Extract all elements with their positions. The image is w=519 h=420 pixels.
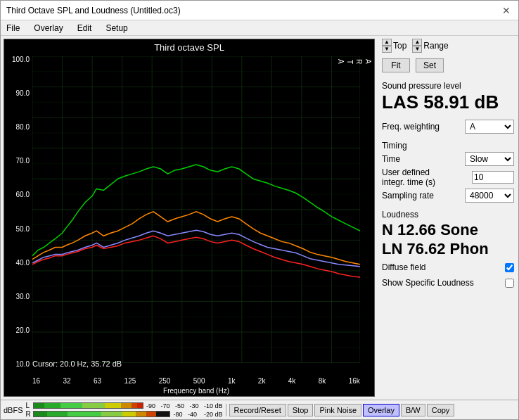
spl-value: LAS 58.91 dB xyxy=(382,92,514,113)
timing-section-label: Timing xyxy=(382,141,514,151)
y-tick-60: 60.0 xyxy=(16,191,30,198)
user-integr-input[interactable] xyxy=(472,171,514,184)
menu-edit[interactable]: Edit xyxy=(75,22,95,34)
window-title: Third Octave SPL and Loudness (Untitled.… xyxy=(6,6,181,15)
show-specific-label: Show Specific Loudness xyxy=(382,278,474,288)
x-axis-label: Frequency band (Hz) xyxy=(32,387,360,395)
y-tick-50: 50.0 xyxy=(16,226,30,233)
top-spinner[interactable]: ▲ ▼ xyxy=(382,39,392,53)
close-button[interactable]: ✕ xyxy=(500,4,513,17)
arta-label: ARTA xyxy=(336,59,373,64)
diffuse-field-label: Diffuse field xyxy=(382,262,425,272)
y-axis-ticks: 100.0 90.0 80.0 70.0 60.0 50.0 40.0 30.0… xyxy=(4,56,31,368)
user-integr-label: User defined integr. time (s) xyxy=(382,167,445,188)
user-integr-row: User defined integr. time (s) xyxy=(382,167,514,188)
x-tick-2k: 2k xyxy=(258,377,266,385)
diffuse-field-row: Diffuse field xyxy=(382,262,514,272)
chart-svg xyxy=(32,56,360,363)
chart-title: Third octave SPL xyxy=(4,39,374,54)
dbfs-label: dBFS xyxy=(4,406,23,414)
menu-file[interactable]: File xyxy=(4,22,23,34)
x-tick-500: 500 xyxy=(193,377,205,385)
time-row: Time Slow Fast Impulse xyxy=(382,152,514,166)
freq-weighting-select[interactable]: A B C Z xyxy=(465,120,514,134)
top-label: Top xyxy=(393,41,406,51)
range-label: Range xyxy=(423,41,448,51)
y-tick-70: 70.0 xyxy=(16,158,30,165)
x-tick-4k: 4k xyxy=(288,377,296,385)
fit-button[interactable]: Fit xyxy=(382,58,410,72)
spl-section-label: Sound pressure level xyxy=(382,81,514,91)
loudness-section: Loudness N 12.66 Sone LN 76.62 Phon xyxy=(382,210,514,258)
y-tick-20: 20.0 xyxy=(16,327,30,334)
loudness-section-label: Loudness xyxy=(382,210,514,219)
spl-section: Sound pressure level LAS 58.91 dB xyxy=(382,79,514,114)
l-level-bar xyxy=(33,402,143,409)
x-tick-1k: 1k xyxy=(228,377,236,385)
pink-noise-button[interactable]: Pink Noise xyxy=(314,404,361,416)
level-meter-area: L -90 -70 -50 -30 -10 dB R xyxy=(26,402,223,418)
time-select[interactable]: Slow Fast Impulse xyxy=(465,152,514,166)
timing-section: Timing Time Slow Fast Impulse User defin… xyxy=(382,141,514,205)
r-channel-label: R xyxy=(26,410,32,418)
freq-weighting-label: Freq. weighting xyxy=(382,122,440,132)
overlay-button[interactable]: Overlay xyxy=(363,404,399,416)
stop-button[interactable]: Stop xyxy=(288,404,314,416)
range-spinner[interactable]: ▲ ▼ xyxy=(412,39,422,53)
x-tick-16: 16 xyxy=(32,377,40,385)
sampling-rate-row: Sampling rate 44100 48000 96000 xyxy=(382,189,514,203)
copy-button[interactable]: Copy xyxy=(427,404,455,416)
loudness-value2: LN 76.62 Phon xyxy=(382,240,514,258)
right-panel: ▲ ▼ Top ▲ ▼ Range Fit Set xyxy=(378,36,518,400)
level-row-r: R -80 -40 -20 dB xyxy=(26,410,223,418)
loudness-value1: N 12.66 Sone xyxy=(382,221,514,239)
diffuse-field-checkbox[interactable] xyxy=(505,263,514,272)
top-spin-down[interactable]: ▼ xyxy=(382,46,392,53)
y-tick-80: 80.0 xyxy=(16,124,30,131)
menu-overlay[interactable]: Overlay xyxy=(31,22,65,34)
main-content: Third octave SPL 100.0 90.0 80.0 70.0 60… xyxy=(1,36,518,400)
menu-setup[interactable]: Setup xyxy=(103,22,130,34)
bottom-divider xyxy=(226,404,226,416)
y-tick-100: 100.0 xyxy=(12,56,30,63)
x-tick-250: 250 xyxy=(159,377,171,385)
show-specific-checkbox[interactable] xyxy=(505,279,514,288)
main-window: Third Octave SPL and Loudness (Untitled.… xyxy=(0,0,519,420)
time-label: Time xyxy=(382,154,400,164)
top-spin-up[interactable]: ▲ xyxy=(382,39,392,46)
sampling-rate-select[interactable]: 44100 48000 96000 xyxy=(465,189,514,203)
record-reset-button[interactable]: Record/Reset xyxy=(229,404,286,416)
title-bar: Third Octave SPL and Loudness (Untitled.… xyxy=(1,1,518,20)
range-spin-up[interactable]: ▲ xyxy=(412,39,422,46)
r-level-bar xyxy=(33,411,171,417)
chart-area: Third octave SPL 100.0 90.0 80.0 70.0 60… xyxy=(4,39,375,397)
range-spin-down[interactable]: ▼ xyxy=(412,46,422,53)
action-buttons: Record/Reset Stop Pink Noise Overlay B/W… xyxy=(229,404,455,416)
bottom-bar: dBFS L -90 -70 -50 -30 -10 dB xyxy=(1,400,518,419)
set-button[interactable]: Set xyxy=(416,58,444,72)
cursor-info: Cursor: 20.0 Hz, 35.72 dB xyxy=(32,359,122,368)
y-tick-30: 30.0 xyxy=(16,293,30,300)
freq-weighting-row: Freq. weighting A B C Z xyxy=(382,120,514,134)
show-specific-row: Show Specific Loudness xyxy=(382,278,514,288)
x-tick-125: 125 xyxy=(124,377,136,385)
sampling-rate-label: Sampling rate xyxy=(382,191,434,201)
y-tick-40: 40.0 xyxy=(16,260,30,267)
level-row-l: L -90 -70 -50 -30 -10 dB xyxy=(26,402,223,409)
y-tick-90: 90.0 xyxy=(16,90,30,97)
x-tick-32: 32 xyxy=(63,377,71,385)
x-axis-ticks: 16 32 63 125 250 500 1k 2k 4k 8k 16k xyxy=(32,377,360,385)
x-tick-16k: 16k xyxy=(349,377,360,385)
bw-button[interactable]: B/W xyxy=(401,404,425,416)
x-tick-8k: 8k xyxy=(319,377,326,385)
l-channel-label: L xyxy=(26,402,32,409)
x-tick-63: 63 xyxy=(94,377,101,385)
menu-bar: File Overlay Edit Setup xyxy=(1,20,518,36)
y-tick-10: 10.0 xyxy=(16,361,30,368)
